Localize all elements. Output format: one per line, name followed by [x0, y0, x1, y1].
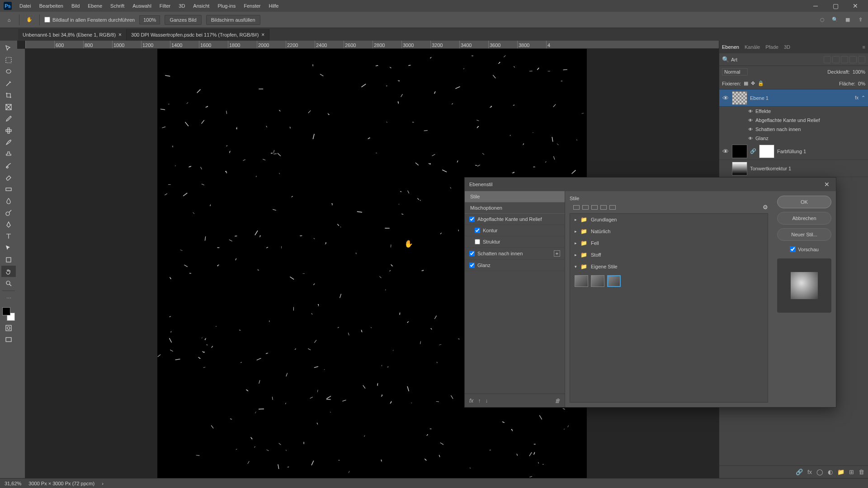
document-tab-1[interactable]: Unbenannt-1 bei 34,8% (Ebene 1, RGB/8)× — [18, 29, 127, 41]
minimize-button[interactable]: ─ — [807, 0, 825, 12]
sidebar-item-blending[interactable]: Mischoptionen — [465, 202, 565, 214]
sidebar-item-contour[interactable]: Kontur — [465, 225, 565, 236]
sidebar-item-bevel[interactable]: Abgeflachte Kante und Relief — [465, 214, 565, 225]
lasso-tool[interactable] — [1, 66, 16, 77]
layer-effect-item[interactable]: 👁Schatten nach innen — [719, 125, 868, 134]
filter-shape-icon[interactable] — [849, 56, 857, 63]
new-style-button[interactable]: Neuer Stil... — [777, 228, 831, 241]
tab-channels[interactable]: Kanäle — [745, 44, 760, 50]
close-icon[interactable]: × — [118, 32, 122, 38]
gear-icon[interactable]: ⚙ — [763, 204, 768, 211]
lock-all-icon[interactable]: 🔒 — [758, 80, 764, 86]
mask-icon[interactable]: ◯ — [816, 469, 823, 475]
menu-view[interactable]: Ansicht — [190, 1, 212, 10]
menu-window[interactable]: Fenster — [241, 1, 264, 10]
home-icon[interactable]: ⌂ — [4, 14, 14, 25]
menu-plugins[interactable]: Plug-ins — [214, 1, 239, 10]
menu-help[interactable]: Hilfe — [265, 1, 282, 10]
style-preset[interactable] — [591, 275, 604, 287]
pen-tool[interactable] — [1, 219, 16, 230]
document-tab-2[interactable]: 300 DPI Wassertropfen.psdc bei 117% (Tro… — [127, 29, 269, 41]
layer-name[interactable]: Tonwertkorrektur 1 — [750, 166, 865, 171]
layer-name[interactable]: Ebene 1 — [750, 95, 852, 101]
visibility-icon[interactable]: 👁 — [748, 136, 753, 141]
sidebar-item-styles[interactable]: Stile — [465, 191, 565, 202]
style-preset[interactable] — [575, 275, 588, 287]
blend-mode-select[interactable]: Normal — [722, 68, 748, 75]
filter-adjust-icon[interactable] — [832, 56, 840, 63]
stamp-tool[interactable] — [1, 148, 16, 160]
link-layers-icon[interactable]: 🔗 — [796, 469, 803, 475]
layer-row[interactable]: 👁 🔗 Farbfüllung 1 — [719, 143, 868, 160]
down-arrow-icon[interactable]: ↓ — [485, 398, 488, 404]
info-arrow-icon[interactable]: › — [102, 481, 104, 486]
layer-effects-header[interactable]: 👁Effekte — [719, 107, 868, 116]
shape-tool[interactable] — [1, 254, 16, 265]
edit-toolbar[interactable]: ⋯ — [1, 293, 16, 304]
filter-image-icon[interactable] — [824, 56, 831, 63]
zoom-status[interactable]: 31,62% — [5, 481, 21, 486]
cancel-button[interactable]: Abbrechen — [777, 212, 831, 225]
gradient-tool[interactable] — [1, 183, 16, 195]
layer-thumb[interactable] — [732, 145, 747, 158]
category-item[interactable]: ▸📁Fell — [570, 237, 768, 249]
eraser-tool[interactable] — [1, 172, 16, 183]
sidebar-item-texture[interactable]: Struktur — [465, 236, 565, 248]
cloud-icon[interactable]: ◌ — [818, 16, 826, 24]
scroll-all-checkbox[interactable]: Bildlauf in allen Fenstern durchführen — [44, 17, 135, 23]
menu-type[interactable]: Schrift — [107, 1, 127, 10]
fx-icon[interactable]: fx — [807, 469, 812, 475]
menu-filter[interactable]: Filter — [156, 1, 174, 10]
screenmode-tool[interactable] — [1, 334, 16, 345]
trash-icon[interactable]: 🗑 — [555, 398, 560, 404]
brush-tool[interactable] — [1, 136, 16, 148]
layer-name[interactable]: Farbfüllung 1 — [777, 149, 865, 154]
menu-layer[interactable]: Ebene — [85, 1, 105, 10]
close-icon[interactable]: ✕ — [822, 180, 831, 189]
filter-kind[interactable]: Art — [731, 57, 737, 62]
workspace-icon[interactable]: ▦ — [844, 16, 852, 24]
menu-3d[interactable]: 3D — [175, 1, 188, 10]
visibility-icon[interactable]: 👁 — [748, 109, 753, 114]
share-icon[interactable]: ⇪ — [856, 16, 864, 24]
marquee-tool[interactable] — [1, 54, 16, 66]
group-icon[interactable]: 📁 — [837, 469, 844, 475]
frame-tool[interactable] — [1, 101, 16, 113]
close-icon[interactable]: × — [261, 32, 264, 38]
blur-tool[interactable] — [1, 195, 16, 206]
menu-edit[interactable]: Bearbeiten — [36, 1, 66, 10]
visibility-icon[interactable]: 👁 — [722, 148, 729, 155]
search-icon[interactable]: 🔍 — [831, 16, 839, 24]
category-item[interactable]: ▸📁Stoff — [570, 249, 768, 261]
fx-badge[interactable]: fx — [855, 95, 859, 100]
eyedropper-tool[interactable] — [1, 113, 16, 124]
collapse-icon[interactable]: ⌃ — [861, 95, 865, 101]
layer-row[interactable]: Tonwertkorrektur 1 — [719, 160, 868, 177]
color-swatches[interactable] — [1, 306, 16, 322]
fit-screen-button[interactable]: Ganzes Bild — [165, 15, 201, 25]
hand-tool-icon[interactable]: ✋ — [24, 14, 35, 25]
layer-effect-item[interactable]: 👁Abgeflachte Kante und Relief — [719, 116, 868, 125]
quickmask-tool[interactable] — [1, 322, 16, 333]
new-layer-icon[interactable]: ⊞ — [849, 469, 854, 475]
hand-tool[interactable] — [1, 266, 16, 277]
lock-position-icon[interactable]: ✥ — [751, 80, 755, 86]
up-arrow-icon[interactable]: ↑ — [478, 398, 481, 404]
filter-smart-icon[interactable] — [858, 56, 865, 63]
doc-info[interactable]: 3000 Px × 3000 Px (72 ppcm) — [28, 481, 94, 486]
tab-paths[interactable]: Pfade — [765, 44, 778, 50]
link-icon[interactable]: 🔗 — [750, 148, 756, 154]
visibility-icon[interactable]: 👁 — [748, 118, 753, 123]
sidebar-item-satin[interactable]: Glanz — [465, 260, 565, 271]
category-item[interactable]: ▸📁Natürlich — [570, 225, 768, 237]
category-item[interactable]: ▸📁Grundlagen — [570, 214, 768, 225]
category-item[interactable]: ▾📁Eigene Stile — [570, 261, 768, 272]
zoom-tool[interactable] — [1, 277, 16, 289]
move-tool[interactable] — [1, 42, 16, 54]
view-mode-icons[interactable] — [573, 205, 616, 210]
ok-button[interactable]: OK — [777, 196, 831, 208]
sidebar-item-inner-shadow[interactable]: Schatten nach innen+ — [465, 248, 565, 260]
zoom-input[interactable]: 100% — [139, 15, 160, 24]
add-effect-icon[interactable]: + — [554, 250, 560, 257]
layer-effect-item[interactable]: 👁Glanz — [719, 134, 868, 143]
